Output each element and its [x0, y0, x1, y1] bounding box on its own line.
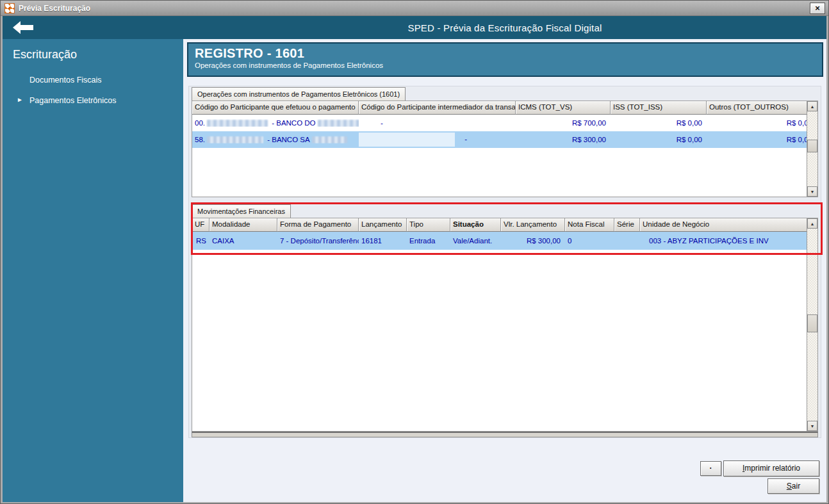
registro-subtitle: Operações com instrumentos de Pagamentos… [195, 61, 816, 69]
participante-text: - BANCO SA [265, 136, 310, 143]
registro-panel: REGISTRO - 1601 Operações com instrument… [187, 42, 823, 77]
window-frame: SPED - Prévia da Escrituração Fiscal Dig… [1, 16, 828, 504]
horizontal-scrollbar[interactable] [192, 432, 818, 437]
column-header[interactable]: Lançamento [359, 218, 407, 232]
app-window: Prévia Escrituração × SPED - Prévia da E… [0, 0, 829, 504]
back-arrow-icon[interactable] [13, 20, 35, 35]
operacoes-grid: Código do Participante que efetuou o pag… [192, 101, 818, 197]
column-header[interactable]: Forma de Pagamento [277, 218, 359, 232]
intermediador-cell: - [464, 135, 467, 143]
column-header[interactable]: Código do Participante que efetuou o pag… [192, 101, 359, 115]
window-title: Prévia Escrituração [19, 4, 90, 13]
tipo-cell: Entrada [407, 237, 450, 245]
operacoes-grid-header: Código do Participante que efetuou o pag… [192, 101, 817, 115]
scroll-up-icon[interactable]: ▲ [807, 218, 817, 229]
column-header[interactable]: Vlr. Lançamento [501, 218, 565, 232]
redacted-text [207, 136, 263, 143]
scrollbar-thumb[interactable] [807, 314, 817, 332]
vertical-scrollbar[interactable]: ▲ ▼ [807, 101, 817, 197]
column-header[interactable]: Unidade de Negócio [640, 218, 817, 232]
button-label: Sair [768, 479, 819, 493]
column-header[interactable]: ICMS (TOT_VS) [516, 101, 611, 115]
outros-cell: R$ 0,00 [707, 136, 817, 143]
active-item-marker-icon: ► [17, 96, 23, 103]
column-header[interactable]: Código do Participante intermediador da … [359, 101, 516, 115]
participante-text: 00. [195, 119, 205, 127]
dot-button[interactable]: · [700, 461, 721, 476]
imprimir-relatorio-button[interactable]: Imprimir relatório [723, 460, 819, 476]
title-bar: Prévia Escrituração × [1, 1, 828, 16]
table-row[interactable]: 00. - BANCO DO - R$ 700,00 R$ 0,00 R$ 0,… [192, 115, 817, 131]
tab-operacoes-1601[interactable]: Operações com instrumentos de Pagamentos… [192, 87, 406, 101]
header-band: SPED - Prévia da Escrituração Fiscal Dig… [3, 16, 826, 39]
column-header[interactable]: Tipo [407, 218, 450, 232]
movimentacoes-grid-body: RS CAIXA 7 - Depósito/Transferênc 16181 … [192, 232, 817, 250]
scroll-up-icon[interactable]: ▲ [807, 101, 817, 111]
unidade-negocio-cell: 003 - ABYZ PARTICIPAÇÕES E INV [640, 237, 817, 245]
outros-cell: R$ 0,00 [707, 119, 817, 127]
forma-pagamento-cell: 7 - Depósito/Transferênc [277, 237, 359, 245]
participante-text: - BANCO DO [270, 119, 316, 127]
vlr-lancamento-cell: R$ 300,00 [501, 237, 565, 245]
column-header[interactable]: Situação [450, 218, 501, 232]
sidebar-item-documentos-fiscais[interactable]: Documentos Fiscais [3, 76, 183, 85]
grids-panel: Operações com instrumentos de Pagamentos… [188, 86, 821, 438]
sair-button[interactable]: Sair [767, 478, 819, 494]
operacoes-grid-body: 00. - BANCO DO - R$ 700,00 R$ 0,00 R$ 0,… [192, 115, 817, 148]
intermediador-cell: - [359, 119, 516, 127]
nota-fiscal-cell: 0 [565, 237, 614, 245]
redacted-text [312, 136, 347, 143]
tab-movimentacoes-financeiras[interactable]: Movimentações Financeiras [192, 204, 291, 218]
situacao-cell: Vale/Adiant. [450, 237, 501, 245]
uf-cell: RS [192, 237, 209, 245]
lancamento-cell: 16181 [359, 237, 407, 245]
redacted-text [207, 120, 268, 127]
modalidade-cell: CAIXA [209, 237, 277, 245]
column-header[interactable]: ISS (TOT_ISS) [611, 101, 707, 115]
main-content: REGISTRO - 1601 Operações com instrument… [183, 39, 826, 502]
icms-cell: R$ 700,00 [516, 119, 611, 127]
scrollbar-thumb[interactable] [807, 140, 817, 152]
sidebar-item-label: Pagamentos Eletrônicos [29, 96, 117, 105]
iss-cell: R$ 0,00 [611, 136, 707, 143]
column-header[interactable]: UF [192, 218, 209, 232]
redacted-area [359, 133, 455, 147]
column-header[interactable]: Nota Fiscal [565, 218, 614, 232]
scroll-down-icon[interactable]: ▼ [807, 186, 817, 197]
page-title: SPED - Prévia da Escrituração Fiscal Dig… [183, 22, 826, 33]
icms-cell: R$ 300,00 [516, 136, 611, 143]
tab-label: Operações com instrumentos de Pagamentos… [197, 90, 400, 98]
column-header[interactable]: Série [614, 218, 640, 232]
table-row-selected[interactable]: 58. - BANCO SA - R$ 300,00 R$ 0,00 R$ 0,… [192, 131, 817, 148]
registro-title: REGISTRO - 1601 [195, 46, 816, 61]
redacted-text [318, 120, 359, 127]
tab-label: Movimentações Financeiras [197, 207, 285, 215]
button-label: Imprimir relatório [724, 461, 819, 476]
participante-text: 58. [195, 136, 205, 143]
sidebar-item-label: Documentos Fiscais [29, 76, 102, 85]
scroll-down-icon[interactable]: ▼ [807, 421, 817, 431]
app-icon [4, 3, 15, 13]
column-header[interactable]: Modalidade [209, 218, 277, 232]
table-row-selected[interactable]: RS CAIXA 7 - Depósito/Transferênc 16181 … [192, 232, 817, 250]
sidebar: Escrituração Documentos Fiscais ► Pagame… [3, 39, 183, 502]
sidebar-heading: Escrituração [3, 48, 183, 61]
vertical-scrollbar[interactable]: ▲ ▼ [807, 218, 817, 431]
close-icon[interactable]: × [810, 3, 825, 14]
movimentacoes-grid-header: UF Modalidade Forma de Pagamento Lançame… [192, 218, 817, 232]
sidebar-item-pagamentos-eletronicos[interactable]: ► Pagamentos Eletrônicos [3, 96, 183, 105]
movimentacoes-grid: UF Modalidade Forma de Pagamento Lançame… [192, 218, 818, 432]
iss-cell: R$ 0,00 [611, 119, 707, 127]
column-header[interactable]: Outros (TOT_OUTROS) [707, 101, 817, 115]
